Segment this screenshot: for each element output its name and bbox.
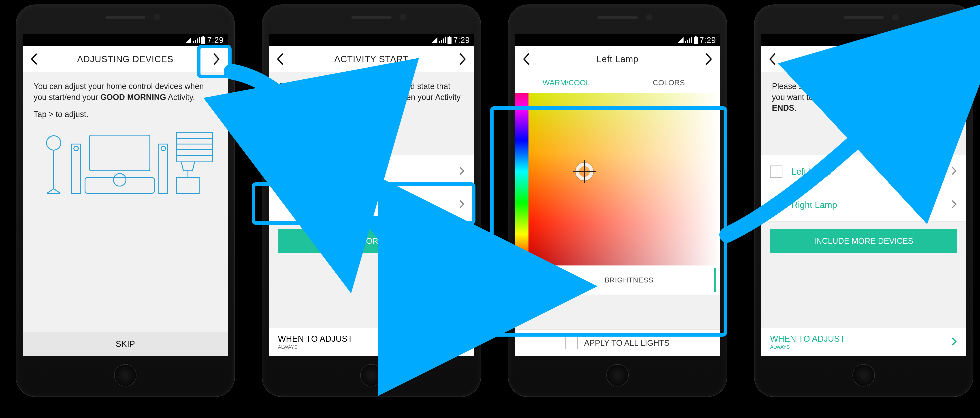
battery-icon <box>940 37 944 44</box>
next-button[interactable] <box>205 46 228 72</box>
chevron-right-icon <box>705 53 713 65</box>
page-title: ACTIVITY END <box>832 54 896 64</box>
color-picker-cursor[interactable] <box>576 162 593 181</box>
tab-colors[interactable]: COLORS <box>617 78 720 87</box>
svg-point-6 <box>74 146 78 151</box>
chevron-left-icon <box>768 53 776 65</box>
device-status: ON - 80% <box>299 173 459 180</box>
device-row-right-lamp[interactable]: Right Lamp <box>269 188 474 222</box>
status-time: 7:29 <box>207 35 224 45</box>
home-button[interactable] <box>853 364 875 386</box>
checkbox[interactable] <box>565 337 578 349</box>
checkbox[interactable] <box>278 165 290 178</box>
when-title: WHEN TO ADJUST <box>770 334 951 344</box>
chevron-right-icon <box>459 165 465 178</box>
svg-line-3 <box>47 189 54 193</box>
svg-line-4 <box>54 189 60 193</box>
chevron-right-icon <box>951 336 957 349</box>
signal-icon <box>192 37 200 43</box>
instructions: Please select the devices and desired st… <box>761 72 966 155</box>
instructions: Please select the devices and desired st… <box>269 72 474 155</box>
power-icon <box>523 274 536 286</box>
wifi-icon <box>185 37 191 43</box>
home-button[interactable] <box>360 364 383 386</box>
checkbox[interactable] <box>278 199 290 211</box>
back-button[interactable] <box>515 46 538 72</box>
svg-rect-12 <box>177 178 199 193</box>
when-to-adjust-row[interactable]: WHEN TO ADJUST ALWAYS <box>761 327 966 356</box>
include-more-devices-button[interactable]: INCLUDE MORE DEVICES <box>278 229 465 253</box>
include-more-devices-button[interactable]: INCLUDE MORE DEVICES <box>770 229 957 253</box>
device-name: Left Lamp <box>791 167 951 177</box>
brightness-slider[interactable] <box>714 265 720 294</box>
next-button[interactable] <box>698 46 720 72</box>
screen-body: You can adjust your home control devices… <box>23 72 228 332</box>
signal-icon <box>439 37 446 43</box>
when-sub: ALWAYS <box>278 344 459 350</box>
when-to-adjust-row[interactable]: WHEN TO ADJUST ALWAYS <box>269 327 474 356</box>
device-row-left-lamp[interactable]: Left Lamp <box>761 155 966 188</box>
apply-all-label: APPLY TO ALL LIGHTS <box>584 339 670 348</box>
back-button[interactable] <box>23 46 45 72</box>
home-button[interactable] <box>114 364 137 386</box>
svg-point-11 <box>113 173 126 186</box>
battery-icon <box>694 37 698 44</box>
tab-warm-cool[interactable]: WARM/COOL <box>515 78 617 87</box>
intro-text: You can adjust your home control devices… <box>33 81 217 103</box>
signal-icon <box>931 37 939 43</box>
status-bar: 7:29 <box>23 34 228 46</box>
battery-icon <box>447 37 452 44</box>
next-button[interactable] <box>944 46 966 72</box>
status-bar: 7:29 <box>515 34 720 46</box>
hue-slider[interactable] <box>515 93 528 265</box>
page-title: ACTIVITY START <box>334 54 409 64</box>
next-button[interactable] <box>452 46 474 72</box>
status-bar: 7:29 <box>269 34 474 46</box>
svg-rect-14 <box>177 133 213 162</box>
power-button[interactable] <box>515 265 544 294</box>
svg-rect-10 <box>85 178 154 193</box>
header: ACTIVITY START <box>269 46 474 72</box>
chevron-left-icon <box>522 53 530 65</box>
chevron-left-icon <box>30 53 38 65</box>
phone-adjusting-devices: 7:29 ADJUSTING DEVICES You can adjust yo… <box>16 5 235 397</box>
checkbox[interactable] <box>770 165 783 178</box>
svg-rect-5 <box>72 144 81 193</box>
status-time: 7:29 <box>699 35 716 45</box>
status-bar: 7:29 <box>761 34 966 46</box>
page-title: Left Lamp <box>597 54 639 64</box>
device-row-left-lamp[interactable]: Left Lamp ON - 80% <box>269 155 474 188</box>
tap-hint: Tap > to adjust. <box>33 109 217 120</box>
device-row-right-lamp[interactable]: Right Lamp <box>761 188 966 222</box>
wifi-icon <box>923 37 930 43</box>
home-button[interactable] <box>606 364 629 386</box>
header: ADJUSTING DEVICES <box>23 46 228 72</box>
color-picker[interactable] <box>515 93 720 265</box>
when-title: WHEN TO ADJUST <box>278 334 459 344</box>
header: ACTIVITY END <box>761 46 966 72</box>
skip-button[interactable]: SKIP <box>23 332 228 356</box>
chevron-right-icon <box>459 199 465 211</box>
header: Left Lamp <box>515 46 720 72</box>
phone-left-lamp-color: 7:29 Left Lamp WARM/COOL COLORS <box>508 5 727 397</box>
chevron-left-icon <box>276 53 284 65</box>
page-title: ADJUSTING DEVICES <box>77 54 173 64</box>
checkbox[interactable] <box>770 199 783 211</box>
signal-icon <box>685 37 692 43</box>
battery-icon <box>201 37 205 44</box>
saturation-value-area[interactable] <box>528 93 720 265</box>
svg-point-8 <box>161 146 165 151</box>
phone-activity-end: 7:29 ACTIVITY END Please select the devi… <box>754 5 973 397</box>
phone-activity-start: 7:29 ACTIVITY START Please select the de… <box>262 5 481 397</box>
back-button[interactable] <box>269 46 291 72</box>
svg-rect-7 <box>159 144 168 193</box>
chevron-right-icon <box>459 336 465 349</box>
svg-point-0 <box>46 136 61 150</box>
chevron-right-icon <box>951 165 957 178</box>
status-time: 7:29 <box>945 35 962 45</box>
apply-all-row[interactable]: APPLY TO ALL LIGHTS <box>515 329 720 356</box>
brightness-row: BRIGHTNESS <box>515 265 720 294</box>
when-sub: ALWAYS <box>770 344 951 350</box>
living-room-illustration <box>33 126 217 200</box>
back-button[interactable] <box>761 46 784 72</box>
